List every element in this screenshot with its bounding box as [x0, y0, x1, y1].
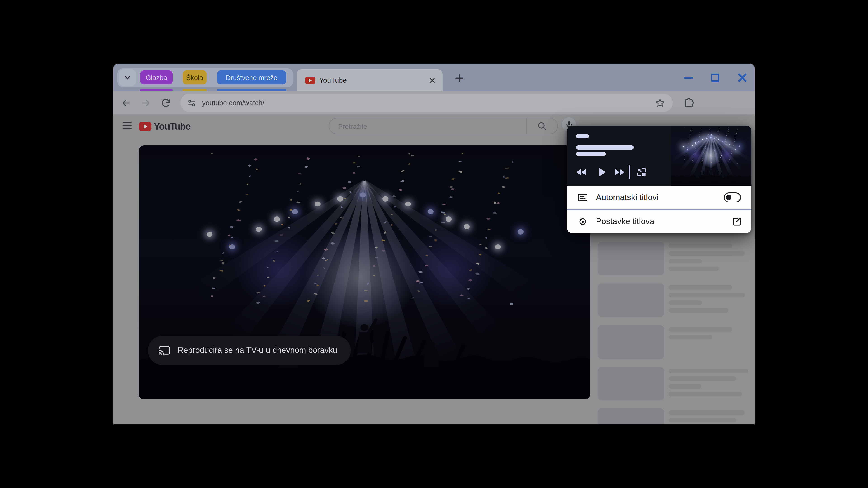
- tab-group-underline: [140, 89, 173, 91]
- media-session-card: [567, 126, 751, 186]
- play-button[interactable]: [594, 164, 610, 180]
- skeleton-text-line: [669, 308, 728, 313]
- controls-divider: [629, 165, 630, 179]
- gear-icon: [577, 216, 588, 227]
- fast-forward-icon: [613, 167, 625, 177]
- media-playback-controls: [567, 164, 671, 180]
- tab-group-chip[interactable]: Glazba: [140, 70, 173, 85]
- tab-group-underline: [183, 89, 207, 91]
- tab-title: YouTube: [319, 76, 426, 84]
- skeleton-text-line: [669, 410, 745, 415]
- caption-settings-label: Postavke titlova: [596, 217, 732, 226]
- new-tab-button[interactable]: [453, 71, 466, 85]
- skeleton-thumbnail: [598, 367, 664, 400]
- media-title-placeholder: [576, 134, 589, 138]
- minimize-button[interactable]: [677, 64, 699, 91]
- skeleton-text-line: [669, 392, 742, 396]
- skeleton-text-line: [669, 327, 733, 331]
- media-line-placeholder: [576, 152, 606, 156]
- back-button[interactable]: [117, 91, 135, 114]
- tab-youtube[interactable]: YouTube: [297, 69, 442, 91]
- skeleton-text-line: [669, 384, 701, 389]
- youtube-wordmark: YouTube: [154, 121, 190, 132]
- search-box[interactable]: Pretražite: [329, 118, 558, 134]
- forward-icon: [141, 97, 151, 108]
- forward-button[interactable]: [137, 91, 155, 114]
- tab-search-button[interactable]: [119, 69, 136, 86]
- screenshot-root: YouTube GlazbaŠkolaDruštvene mreže: [0, 0, 868, 488]
- skeleton-thumbnail: [598, 242, 664, 275]
- media-controls-popup: Automatski titlovi Postavke titlova: [567, 126, 751, 233]
- tab-group-chip[interactable]: Društvene mreže: [217, 70, 286, 85]
- extensions-puzzle-icon: [682, 97, 694, 109]
- plus-icon: [455, 74, 464, 83]
- suggestion-skeleton-item[interactable]: [598, 284, 754, 317]
- auto-captions-label: Automatski titlovi: [596, 193, 724, 202]
- video-player[interactable]: Reproducira se na TV-u u dnevnom boravku: [139, 145, 590, 399]
- close-window-button[interactable]: [732, 64, 753, 91]
- minimize-icon: [683, 76, 693, 78]
- toggle-knob: [726, 195, 731, 200]
- bookmark-star-icon[interactable]: [655, 97, 665, 108]
- browser-toolbar: youtube.com/watch/: [114, 91, 754, 114]
- hamburger-menu-icon[interactable]: [123, 122, 131, 129]
- browser-window: YouTube GlazbaŠkolaDruštvene mreže: [114, 64, 754, 424]
- auto-captions-toggle[interactable]: [724, 193, 741, 202]
- skeleton-text-line: [669, 285, 733, 290]
- tab-group-chip[interactable]: Škola: [183, 70, 207, 85]
- previous-track-button[interactable]: [574, 164, 590, 180]
- maximize-button[interactable]: [704, 64, 726, 91]
- skeleton-text-line: [669, 259, 702, 263]
- suggestion-skeleton-item[interactable]: [598, 367, 754, 400]
- skeleton-text-line: [669, 335, 712, 339]
- skeleton-text-line: [669, 369, 748, 373]
- cast-status-banner: Reproducira se na TV-u u dnevnom boravku: [148, 336, 351, 365]
- cast-icon: [159, 346, 170, 355]
- popup-divider: [567, 209, 751, 210]
- thumbnail-concert-scene: [671, 126, 751, 186]
- cast-message: Reproducira se na TV-u u dnevnom boravku: [178, 346, 337, 355]
- site-settings-icon[interactable]: [187, 98, 197, 108]
- suggestion-skeleton-item[interactable]: [598, 409, 754, 424]
- media-line-placeholder: [576, 145, 634, 150]
- external-link-icon: [732, 217, 741, 226]
- youtube-play-icon: [139, 122, 151, 131]
- picture-in-picture-icon: [636, 166, 647, 178]
- skeleton-text-line: [669, 267, 719, 271]
- search-button[interactable]: [527, 118, 557, 134]
- suggestion-skeleton-item[interactable]: [598, 325, 754, 359]
- extensions-button[interactable]: [680, 91, 698, 114]
- chevron-down-icon: [124, 74, 131, 81]
- youtube-logo[interactable]: YouTube: [139, 121, 190, 132]
- media-thumbnail: [671, 126, 751, 186]
- skeleton-text-line: [669, 251, 745, 256]
- skeleton-text-line: [669, 243, 733, 248]
- tab-group-underline: [217, 89, 286, 91]
- reload-button[interactable]: [157, 91, 175, 114]
- tab-strip: YouTube GlazbaŠkolaDruštvene mreže: [114, 64, 754, 91]
- next-track-button[interactable]: [611, 164, 627, 180]
- captions-icon: [577, 192, 588, 203]
- search-icon: [537, 121, 547, 131]
- tab-close-button[interactable]: [426, 74, 438, 86]
- reload-icon: [160, 97, 171, 108]
- youtube-favicon-icon: [305, 76, 315, 84]
- close-icon: [429, 77, 435, 84]
- auto-captions-row[interactable]: Automatski titlovi: [567, 186, 751, 209]
- close-window-icon: [737, 72, 747, 83]
- maximize-icon: [711, 73, 719, 82]
- skeleton-text-line: [669, 418, 737, 422]
- open-external-button[interactable]: [732, 217, 741, 226]
- skeleton-thumbnail: [598, 409, 664, 424]
- rewind-icon: [576, 167, 588, 177]
- suggestion-skeleton-item[interactable]: [598, 242, 754, 275]
- skeleton-thumbnail: [598, 325, 664, 359]
- picture-in-picture-button[interactable]: [634, 164, 649, 180]
- skeleton-text-line: [669, 301, 702, 305]
- search-placeholder: Pretražite: [338, 122, 526, 130]
- skeleton-thumbnail: [598, 284, 664, 317]
- caption-settings-row[interactable]: Postavke titlova: [567, 210, 751, 233]
- window-controls: [673, 64, 754, 91]
- skeleton-text-line: [669, 377, 737, 381]
- address-bar[interactable]: youtube.com/watch/: [180, 94, 673, 112]
